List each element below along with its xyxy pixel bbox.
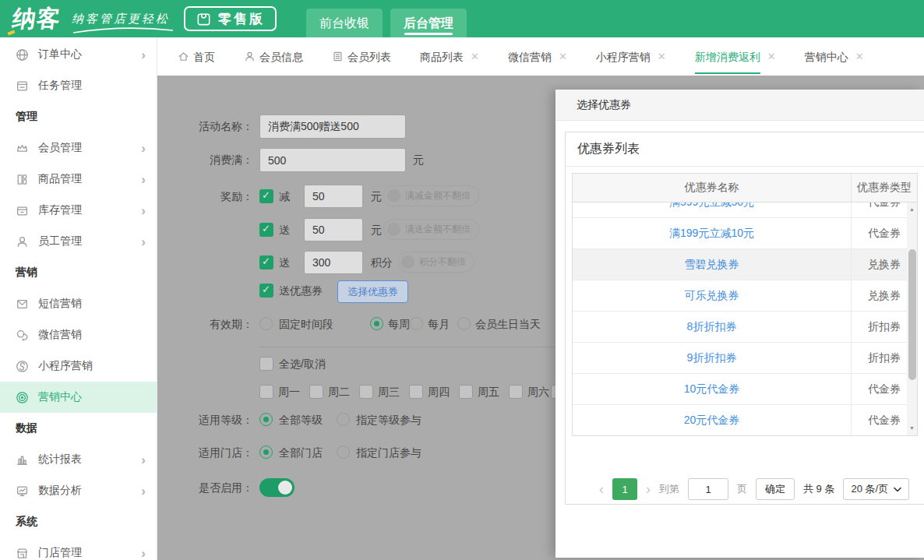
close-icon[interactable]: ✕: [559, 51, 567, 62]
validity-fixed-radio[interactable]: [259, 317, 273, 330]
points-no-double-toggle[interactable]: 积分不翻倍: [397, 252, 474, 273]
table-scrollbar[interactable]: ▲ ▼: [907, 203, 917, 435]
points-amount-input[interactable]: [304, 251, 363, 274]
slogan-swoosh: [72, 26, 175, 35]
reward-give-points-checkbox[interactable]: [259, 255, 273, 269]
give-coupon-checkbox[interactable]: [259, 284, 273, 298]
home-icon: [178, 51, 189, 62]
store-all-radio[interactable]: [259, 446, 273, 459]
edition-badge: 零售版: [184, 6, 277, 31]
goto-page-input[interactable]: [688, 478, 728, 500]
sidebar-item-report[interactable]: 统计报表 ›: [0, 444, 157, 475]
close-icon[interactable]: ✕: [767, 51, 776, 62]
scroll-up-icon[interactable]: ▲: [907, 204, 917, 215]
spend-amount-input[interactable]: [259, 148, 406, 172]
select-all-checkbox[interactable]: [259, 357, 273, 371]
goods-icon: [16, 173, 30, 186]
validity-weekly-radio[interactable]: [370, 317, 383, 330]
enable-toggle[interactable]: [259, 478, 294, 497]
close-icon[interactable]: ✕: [471, 51, 479, 62]
tab-member-info[interactable]: 会员信息: [244, 37, 303, 76]
toggle-label: 满减金额不翻倍: [405, 189, 471, 203]
coupon-name-link[interactable]: 10元代金券: [684, 382, 740, 396]
store-specified-radio[interactable]: [337, 446, 350, 459]
close-icon[interactable]: ✕: [658, 51, 666, 62]
sidebar-item-store-manage[interactable]: 门店管理 ›: [0, 537, 157, 560]
deduct-amount-input[interactable]: [304, 185, 363, 208]
nav-backend-manage[interactable]: 后台管理: [390, 9, 467, 37]
page-size-select[interactable]: 20 条/页: [843, 478, 909, 500]
weekday-fri-checkbox[interactable]: [459, 385, 473, 399]
choose-coupon-button[interactable]: 选择优惠券: [337, 280, 408, 303]
table-row[interactable]: 满199元立减10元 代金券: [573, 218, 917, 249]
level-specified-radio[interactable]: [337, 413, 350, 426]
sidebar-item-member-manage[interactable]: 会员管理 ›: [0, 132, 157, 164]
reward-deduct-checkbox[interactable]: [259, 189, 273, 203]
nav-front-cashier[interactable]: 前台收银: [306, 9, 383, 37]
sidebar-item-staff-manage[interactable]: 员工管理 ›: [0, 226, 157, 257]
chevron-right-icon: ›: [141, 48, 146, 62]
weekday-thu-checkbox[interactable]: [409, 385, 423, 399]
table-row[interactable]: 满599元立减50元 代金券: [573, 203, 917, 218]
level-label: 适用等级：: [157, 414, 253, 428]
table-row[interactable]: 可乐兑换券 兑换券: [573, 280, 917, 312]
give-no-double-toggle[interactable]: 满送金额不翻倍: [383, 219, 479, 240]
sidebar-item-marketing-center[interactable]: 营销中心: [0, 382, 157, 413]
activity-name-input[interactable]: [259, 114, 406, 139]
coupon-name-link[interactable]: 雪碧兑换券: [685, 258, 739, 272]
brand-logo: 纳客: [10, 3, 63, 35]
weekday-wed-checkbox[interactable]: [359, 385, 373, 399]
tab-member-list[interactable]: 会员列表: [332, 37, 391, 76]
tab-miniprogram-marketing[interactable]: 小程序营销 ✕: [596, 37, 666, 76]
spend-label: 消费满：: [157, 153, 253, 167]
table-row[interactable]: 20元代金券 代金券: [573, 405, 917, 435]
top-bar: 纳客 纳客管店更轻松 零售版 前台收银 后台管理: [0, 0, 924, 37]
coupon-name-link[interactable]: 可乐兑换券: [685, 289, 739, 303]
reward-give-money-checkbox[interactable]: [259, 223, 273, 237]
tab-new-consume-rebate[interactable]: 新增消费返利 ✕: [695, 37, 776, 76]
sidebar-item-wechat-marketing[interactable]: 微信营销: [0, 319, 157, 350]
table-row-highlighted[interactable]: 雪碧兑换券 兑换券: [573, 249, 917, 280]
reward-unit: 元: [371, 190, 382, 204]
activity-name-label: 活动名称：: [157, 120, 253, 134]
tab-product-list[interactable]: 商品列表 ✕: [420, 37, 479, 76]
tab-home[interactable]: 首页: [178, 37, 215, 76]
tab-wechat-marketing[interactable]: 微信营销 ✕: [508, 37, 567, 76]
monitor-chart-icon: [16, 484, 30, 498]
sidebar-item-order-center[interactable]: 订单中心 ›: [0, 39, 157, 70]
sidebar-item-task-manage[interactable]: 任务管理: [0, 70, 157, 101]
table-row[interactable]: 9折折扣券 折扣券: [573, 343, 917, 374]
next-page-icon[interactable]: ›: [646, 478, 651, 500]
table-row[interactable]: 10元代金券 代金券: [573, 374, 917, 405]
sidebar-item-inventory-manage[interactable]: 库存管理 ›: [0, 195, 157, 226]
tab-marketing-center[interactable]: 营销中心 ✕: [805, 37, 864, 76]
sidebar-section-system: 系统: [0, 506, 157, 537]
weekday-tue-checkbox[interactable]: [309, 385, 323, 399]
table-row[interactable]: 8折折扣券 折扣券: [573, 312, 917, 343]
sidebar-item-sms-marketing[interactable]: 短信营销: [0, 288, 157, 319]
toggle-knob: [387, 189, 400, 203]
coupon-name-link[interactable]: 满599元立减50元: [669, 203, 754, 210]
current-page-button[interactable]: 1: [612, 478, 637, 500]
coupon-name-link[interactable]: 20元代金券: [684, 414, 740, 428]
coupon-name-link[interactable]: 8折折扣券: [687, 320, 737, 334]
level-all-radio[interactable]: [259, 413, 273, 426]
give-amount-input[interactable]: [304, 218, 363, 241]
deduct-no-double-toggle[interactable]: 满减金额不翻倍: [383, 185, 479, 206]
coupon-name-link[interactable]: 9折折扣券: [687, 351, 737, 365]
scroll-down-icon[interactable]: ▼: [907, 423, 917, 434]
sidebar-item-product-manage[interactable]: 商品管理 ›: [0, 164, 157, 195]
table-body: 满599元立减50元 代金券 满199元立减10元 代金券 雪碧兑换券 兑换券 …: [573, 203, 917, 435]
sidebar-item-data-analysis[interactable]: 数据分析 ›: [0, 475, 157, 506]
scrollbar-thumb[interactable]: [908, 249, 916, 380]
close-icon[interactable]: ✕: [855, 51, 864, 62]
sidebar-item-miniprogram-marketing[interactable]: 小程序营销: [0, 350, 157, 382]
prev-page-icon[interactable]: ‹: [599, 478, 604, 500]
coupon-name-link[interactable]: 满199元立减10元: [669, 227, 754, 241]
confirm-page-button[interactable]: 确定: [756, 478, 795, 500]
validity-monthly-radio[interactable]: [410, 317, 423, 330]
modal-title: 选择优惠券: [555, 90, 924, 121]
validity-birthday-radio[interactable]: [457, 317, 471, 330]
weekday-sat-checkbox[interactable]: [509, 385, 523, 399]
weekday-mon-checkbox[interactable]: [259, 385, 273, 399]
